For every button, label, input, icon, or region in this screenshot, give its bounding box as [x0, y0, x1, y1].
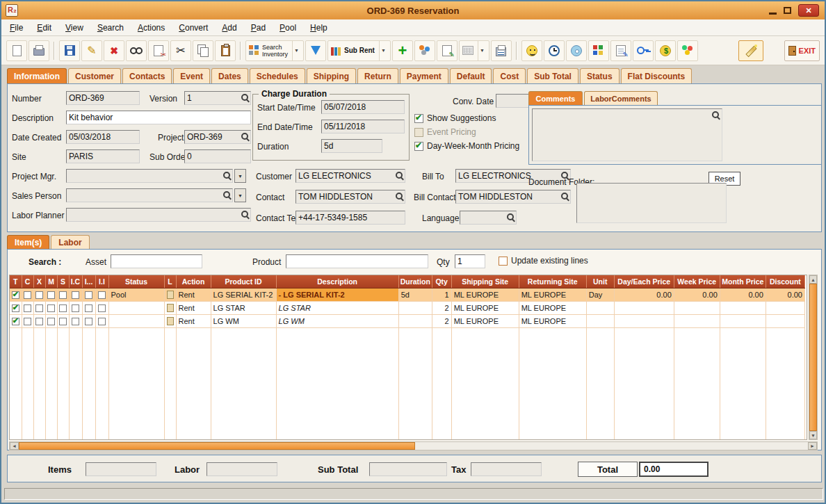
- status-cell[interactable]: [108, 301, 164, 314]
- scroll-down-icon[interactable]: [809, 431, 817, 439]
- returning-site-cell[interactable]: ML EUROPE: [519, 314, 586, 327]
- discount-cell[interactable]: [766, 314, 804, 327]
- column-header[interactable]: Duration: [398, 275, 432, 288]
- row-flag-cell[interactable]: [22, 288, 33, 301]
- row-checkbox[interactable]: [12, 304, 19, 312]
- asset-input[interactable]: [111, 254, 202, 268]
- duration-cell[interactable]: 5d: [398, 288, 432, 301]
- key-button[interactable]: [633, 40, 654, 61]
- tab-flat-discounts[interactable]: Flat Discounts: [621, 68, 693, 83]
- search-inventory-button[interactable]: SearchInventory: [245, 40, 304, 61]
- version-input[interactable]: 1: [184, 91, 251, 105]
- column-header[interactable]: X: [33, 275, 45, 288]
- menu-pool[interactable]: Pool: [280, 23, 296, 33]
- sub-rent-button[interactable]: Sub Rent: [327, 40, 391, 61]
- menu-edit[interactable]: Edit: [37, 23, 51, 33]
- print-report-button[interactable]: [491, 40, 512, 61]
- dwm-pricing-checkbox[interactable]: [414, 142, 423, 151]
- column-header[interactable]: M: [45, 275, 57, 288]
- column-header[interactable]: C: [22, 275, 33, 288]
- column-header[interactable]: Product ID: [211, 275, 276, 288]
- menu-search[interactable]: Search: [97, 23, 124, 33]
- sales-person-input[interactable]: [66, 188, 233, 202]
- project-mgr-dropdown-icon[interactable]: [234, 169, 246, 183]
- shipping-site-cell[interactable]: ML EUROPE: [451, 314, 519, 327]
- row-flag-cell[interactable]: [69, 314, 82, 327]
- row-flag-cell[interactable]: [57, 301, 69, 314]
- disc-button[interactable]: [566, 40, 587, 61]
- contact-input[interactable]: TOM HIDDLESTON: [295, 190, 405, 204]
- copy-button[interactable]: [193, 40, 213, 61]
- search-icon[interactable]: [222, 190, 232, 200]
- horizontal-scrollbar[interactable]: [9, 441, 818, 450]
- row-flag-cell[interactable]: [45, 301, 57, 314]
- row-flag-cell[interactable]: [10, 288, 22, 301]
- project-input[interactable]: ORD-369: [184, 130, 251, 144]
- new-button[interactable]: [6, 40, 27, 61]
- tab-contacts[interactable]: Contacts: [122, 68, 172, 83]
- unit-cell[interactable]: [586, 314, 614, 327]
- scroll-left-icon[interactable]: [10, 442, 19, 450]
- column-header[interactable]: Qty: [432, 275, 451, 288]
- description-cell[interactable]: LG WM: [276, 314, 398, 327]
- product-id-cell[interactable]: LG WM: [211, 314, 276, 327]
- event-pricing-checkbox[interactable]: [414, 128, 423, 137]
- conv-date-input[interactable]: [496, 94, 529, 108]
- column-header[interactable]: Month Price: [720, 275, 766, 288]
- date-created-input[interactable]: 05/03/2018: [66, 130, 140, 144]
- search-icon[interactable]: [241, 210, 250, 219]
- document-cut-button[interactable]: [148, 40, 169, 61]
- day-price-cell[interactable]: [614, 301, 674, 314]
- cut-button[interactable]: [170, 40, 191, 61]
- cone-button[interactable]: [305, 40, 326, 61]
- search-icon[interactable]: [241, 93, 250, 102]
- scroll-right-icon[interactable]: [808, 442, 817, 450]
- flag-checkbox[interactable]: [24, 304, 31, 312]
- table-row[interactable]: Rent LG WM LG WM 2 ML EUROPE ML EUROPE: [10, 314, 805, 327]
- calendar-button[interactable]: [459, 40, 489, 61]
- description-cell[interactable]: LG STAR: [276, 301, 398, 314]
- sub-rent-dropdown-icon[interactable]: [379, 41, 387, 60]
- notes-button[interactable]: [610, 40, 631, 61]
- column-header[interactable]: Status: [108, 275, 164, 288]
- comments-textarea[interactable]: [532, 108, 722, 161]
- status-cell[interactable]: Pool: [108, 288, 164, 301]
- l-cell[interactable]: [164, 301, 176, 314]
- number-input[interactable]: ORD-369: [66, 91, 140, 105]
- row-flag-cell[interactable]: [95, 301, 108, 314]
- paste-button[interactable]: [215, 40, 236, 61]
- duration-input[interactable]: 5d: [321, 139, 382, 153]
- shipping-site-cell[interactable]: ML EUROPE: [451, 301, 519, 314]
- tab-event[interactable]: Event: [173, 68, 210, 83]
- print-button[interactable]: [29, 40, 49, 61]
- action-cell[interactable]: Rent: [176, 314, 211, 327]
- horizontal-scroll-thumb[interactable]: [19, 442, 415, 450]
- scroll-up-icon[interactable]: [809, 275, 817, 284]
- menu-file[interactable]: File: [10, 23, 23, 33]
- row-flag-cell[interactable]: [33, 288, 45, 301]
- row-flag-cell[interactable]: [57, 314, 69, 327]
- column-header[interactable]: Returning Site: [519, 275, 586, 288]
- tab-status[interactable]: Status: [580, 68, 620, 83]
- description-input[interactable]: Kit behavior: [66, 111, 251, 124]
- row-checkbox[interactable]: [12, 291, 19, 299]
- row-flag-cell[interactable]: [10, 301, 22, 314]
- flag-checkbox[interactable]: [72, 304, 79, 312]
- unit-cell[interactable]: Day: [586, 288, 614, 301]
- save-button[interactable]: [59, 40, 80, 61]
- document-folder-box[interactable]: [576, 183, 727, 223]
- table-row[interactable]: Pool Rent LG SERIAL KIT-2 - LG SERIAL KI…: [10, 288, 805, 301]
- qty-input[interactable]: 1: [455, 254, 485, 268]
- action-cell[interactable]: Rent: [176, 288, 211, 301]
- flag-checkbox[interactable]: [85, 291, 92, 299]
- flag-checkbox[interactable]: [35, 291, 43, 299]
- grouping-button[interactable]: [414, 40, 435, 61]
- contact-tel-input[interactable]: +44-17-5349-1585: [295, 211, 405, 225]
- update-lines-checkbox[interactable]: [499, 257, 508, 266]
- week-price-cell[interactable]: [674, 301, 720, 314]
- product-id-cell[interactable]: LG SERIAL KIT-2: [211, 288, 276, 301]
- money-button[interactable]: [655, 40, 676, 61]
- table-row[interactable]: Rent LG STAR LG STAR 2 ML EUROPE ML EURO…: [10, 301, 805, 314]
- maximize-icon[interactable]: [784, 7, 791, 14]
- week-price-cell[interactable]: [674, 314, 720, 327]
